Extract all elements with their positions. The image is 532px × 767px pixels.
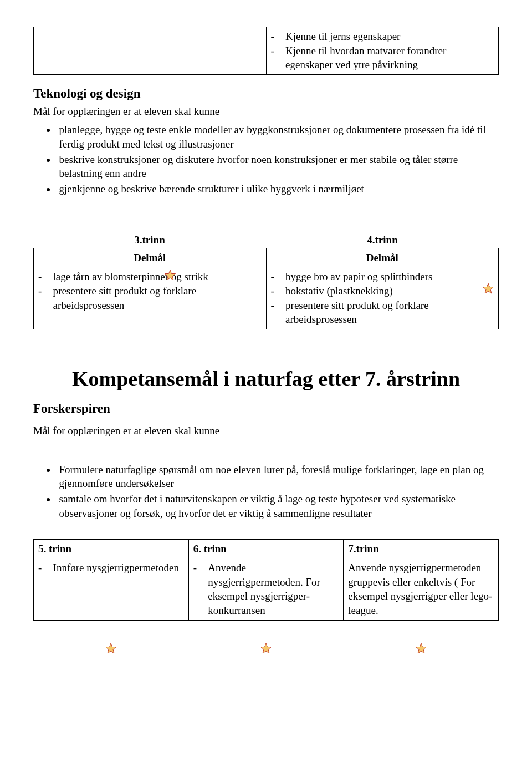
trinn-cell-5: Innføre nysgjerrigpermetoden — [34, 558, 189, 621]
delmål-cell-right: bygge bro av papir og splittbinders boks… — [266, 267, 499, 329]
star-icon — [482, 283, 495, 296]
top-table-right-cell: Kjenne til jerns egenskaper Kjenne til h… — [266, 27, 499, 75]
svg-marker-0 — [165, 270, 176, 280]
star-icon — [259, 643, 273, 656]
trinn-5-6-7-table: 5. trinn 6. trinn 7.trinn Innføre nysgje… — [33, 539, 499, 621]
delmål-item: lage tårn av blomsterpinner og strikk — [53, 270, 262, 284]
trinn-item: Anvende nysgjerrigpermetoden gruppevis e… — [348, 562, 492, 616]
trinn-header-5: 5. trinn — [34, 539, 189, 558]
section-heading-forskerspiren: Forskerspiren — [33, 400, 499, 417]
top-properties-table: Kjenne til jerns egenskaper Kjenne til h… — [33, 27, 499, 75]
delmål-header-right: Delmål — [266, 248, 499, 267]
page-title: Kompetansemål i naturfag etter 7. årstri… — [33, 365, 499, 393]
bottom-stars-row — [33, 643, 499, 656]
delmål-header-left: Delmål — [34, 248, 267, 267]
trinn-item: Innføre nysgjerrigpermetoden — [53, 561, 184, 575]
trinn-item: Anvende nysgjerrigpermetoden. For eksemp… — [208, 561, 339, 618]
trinn-3-4-table: 3.trinn 4.trinn — [33, 232, 499, 248]
star-icon — [415, 643, 428, 656]
delmål-item: presentere sitt produkt og forklare arbe… — [285, 298, 494, 327]
goal-item: gjenkjenne og beskrive bærende strukture… — [57, 182, 499, 196]
goal-item: planlegge, bygge og teste enkle modeller… — [57, 123, 499, 151]
delmål-table-3-4: Delmål Delmål lage tårn av blomsterpinne… — [33, 248, 499, 329]
delmål-item: bokstativ (plastknekking) — [285, 284, 494, 298]
trinn-cell-6: Anvende nysgjerrigpermetoden. For eksemp… — [188, 558, 344, 621]
trinn-header-6: 6. trinn — [188, 539, 344, 558]
svg-marker-1 — [483, 283, 494, 293]
top-table-item: Kjenne til hvordan matvarer forandrer eg… — [285, 44, 494, 72]
goal-item: samtale om hvorfor det i naturvitenskape… — [57, 492, 499, 520]
star-icon — [163, 270, 177, 283]
svg-marker-4 — [416, 643, 427, 653]
goal-item: beskrive konstruksjoner og diskutere hvo… — [57, 153, 499, 181]
delmål-item: presentere sitt produkt og forklare arbe… — [53, 284, 262, 312]
section-heading-tech-design: Teknologi og design — [33, 85, 499, 102]
delmål-item: bygge bro av papir og splittbinders — [285, 270, 494, 284]
top-table-left-cell — [34, 27, 267, 75]
top-table-item: Kjenne til jerns egenskaper — [285, 29, 494, 44]
trinn-header-4: 4.trinn — [266, 232, 499, 248]
goals-list: planlegge, bygge og teste enkle modeller… — [33, 123, 499, 196]
section-intro: Mål for opplæringen er at eleven skal ku… — [33, 104, 499, 119]
svg-marker-2 — [106, 643, 116, 653]
goals-list-2: Formulere naturfaglige spørsmål om noe e… — [33, 463, 499, 521]
goal-item: Formulere naturfaglige spørsmål om noe e… — [57, 463, 499, 491]
svg-marker-3 — [261, 643, 272, 653]
trinn-header-7: 7.trinn — [344, 539, 499, 558]
trinn-cell-7: Anvende nysgjerrigpermetoden gruppevis e… — [344, 558, 499, 621]
trinn-header-3: 3.trinn — [33, 232, 266, 248]
star-icon — [104, 643, 117, 656]
section-intro-2: Mål for opplæringen er at eleven skal ku… — [33, 424, 499, 438]
delmål-cell-left: lage tårn av blomsterpinner og strikk pr… — [34, 267, 267, 329]
